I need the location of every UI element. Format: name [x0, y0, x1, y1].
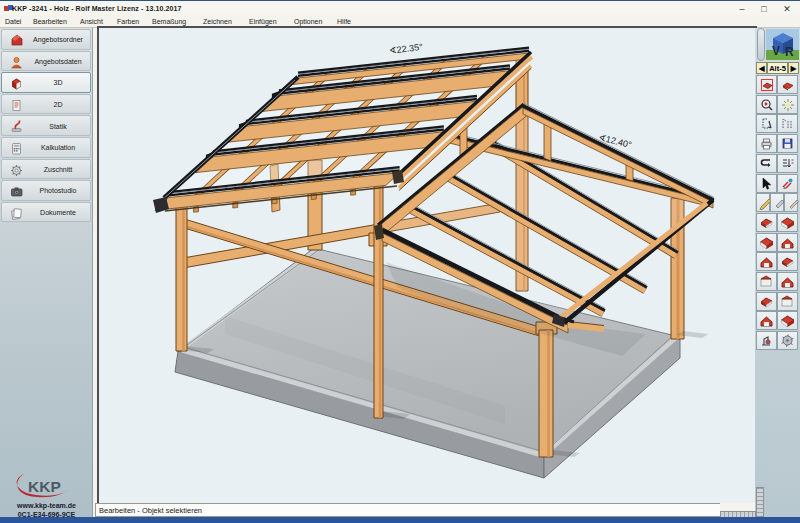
svg-text:KKP: KKP — [28, 478, 61, 495]
svg-text:V: V — [772, 44, 780, 58]
svg-text:R: R — [785, 45, 794, 59]
svg-text:∢22.35°: ∢22.35° — [389, 42, 424, 56]
